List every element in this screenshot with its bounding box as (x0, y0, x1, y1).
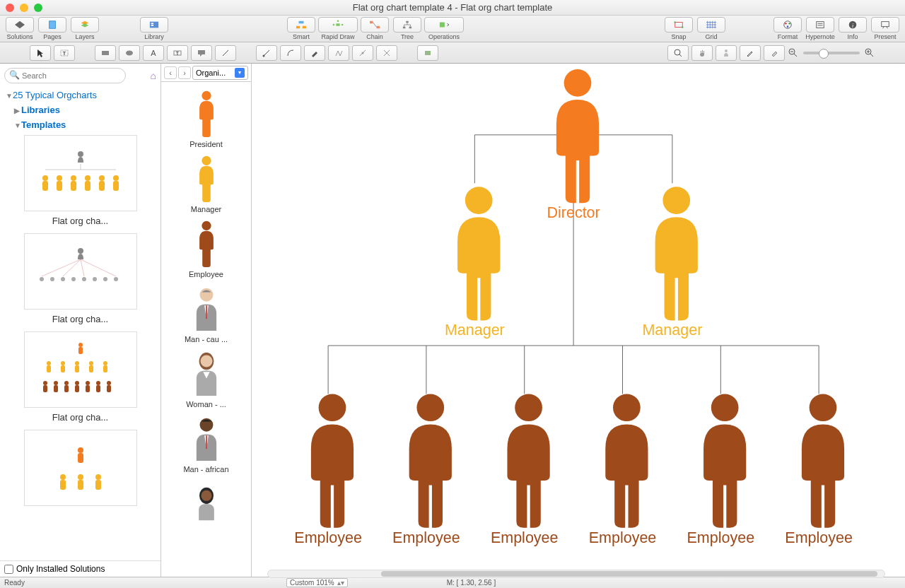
pointer-tool[interactable] (30, 45, 51, 61)
present-button[interactable]: Present (870, 17, 901, 40)
rect-tool[interactable] (95, 45, 116, 61)
svg-rect-29 (817, 22, 824, 28)
layers-button[interactable]: Layers (69, 17, 100, 40)
manager-label: Manager (642, 322, 702, 339)
snap-button[interactable]: Snap (663, 17, 694, 40)
orgnode-director[interactable]: Director (547, 69, 600, 221)
svg-rect-39 (102, 51, 109, 55)
solutions-sidebar: ⌂ ▼25 Typical Orgcharts ▶Libraries ▼Temp… (0, 64, 161, 577)
search-input[interactable] (4, 68, 126, 83)
lib-forward-button[interactable]: › (178, 66, 191, 79)
ellipse-tool[interactable] (119, 45, 140, 61)
svg-rect-6 (303, 26, 306, 29)
person-tool[interactable] (716, 45, 737, 61)
orgnode-manager[interactable]: Manager (642, 187, 702, 339)
arc-tool[interactable] (280, 45, 301, 61)
callout-tool[interactable] (191, 45, 212, 61)
svg-rect-0 (49, 21, 56, 29)
library-button[interactable]: Library (139, 17, 170, 40)
svg-text:T: T (63, 50, 66, 57)
eyedropper-tool[interactable] (740, 45, 761, 61)
svg-point-119 (60, 474, 66, 480)
library-dropdown[interactable]: Organi...▾ (192, 66, 248, 80)
highlighter-tool[interactable] (304, 45, 325, 61)
lib-item-woman[interactable]: Woman - ... (161, 346, 251, 411)
lib-item-man-african[interactable]: Man - african (161, 411, 251, 476)
svg-point-104 (54, 381, 58, 385)
chain-button[interactable]: Chain (359, 17, 390, 40)
template-thumbnail[interactable]: Flat org cha... (13, 233, 148, 324)
orgnode-employee[interactable]: Employee (294, 394, 362, 546)
svg-point-63 (78, 151, 83, 157)
zoom-slider[interactable] (803, 52, 860, 54)
hypernote-button[interactable]: Hypernote (805, 17, 836, 40)
lib-item-man-cau[interactable]: Man - cau ... (161, 281, 251, 346)
svg-point-117 (78, 447, 83, 453)
line-tool[interactable] (215, 45, 236, 61)
grid-button[interactable]: Grid (696, 17, 727, 40)
zoom-in-icon[interactable] (864, 47, 875, 59)
window-zoom[interactable] (34, 4, 42, 12)
svg-rect-116 (107, 385, 111, 392)
canvas[interactable]: Director Manager Manager Employee Employ… (252, 64, 905, 577)
scissors-tool[interactable] (376, 45, 397, 61)
lib-item-woman-2[interactable] (161, 476, 251, 531)
tree-root[interactable]: ▼25 Typical Orgcharts (0, 88, 160, 102)
tree-libraries[interactable]: ▶Libraries (0, 102, 160, 117)
solutions-button[interactable]: Solutions (4, 17, 35, 40)
svg-text:T: T (176, 51, 180, 56)
eraser-tool[interactable] (764, 45, 785, 61)
horizontal-scrollbar[interactable] (267, 570, 885, 578)
template-thumbnail[interactable]: Flat org cha... (13, 331, 148, 423)
smart-button[interactable]: Smart (286, 17, 317, 40)
template-thumbnail[interactable]: Flat org cha... (13, 135, 148, 226)
svg-point-79 (40, 277, 44, 281)
magnify-tool[interactable] (667, 45, 689, 61)
format-button[interactable]: Format (772, 17, 803, 40)
window-minimize[interactable] (20, 4, 28, 12)
svg-rect-113 (75, 385, 79, 392)
zoom-out-icon[interactable] (788, 47, 799, 59)
svg-point-26 (785, 23, 787, 25)
home-icon[interactable]: ⌂ (151, 70, 156, 81)
svg-point-95 (75, 361, 79, 365)
zoom-indicator[interactable]: Custom 101%▴▾ (286, 578, 348, 587)
text-box-tool[interactable]: A (143, 45, 164, 61)
svg-point-66 (42, 175, 48, 181)
tree-button[interactable]: Tree (392, 17, 423, 40)
svg-rect-123 (78, 480, 83, 490)
svg-point-9 (333, 24, 335, 26)
orgnode-employee[interactable]: Employee (687, 394, 755, 546)
operations-button[interactable]: Operations (424, 17, 464, 40)
lib-item-employee[interactable]: Employee (161, 216, 251, 281)
path-tool[interactable] (328, 45, 349, 61)
tree-templates[interactable]: ▼Templates (0, 117, 160, 132)
hand-tool[interactable] (691, 45, 713, 61)
bezier-tool[interactable] (352, 45, 373, 61)
svg-rect-112 (64, 385, 69, 392)
orgnode-manager[interactable]: Manager (445, 187, 505, 339)
text-block-tool[interactable]: T (167, 45, 188, 61)
svg-point-55 (725, 49, 728, 52)
rapid-draw-button[interactable]: Rapid Draw (318, 17, 358, 40)
svg-point-105 (64, 381, 69, 385)
orgnode-employee[interactable]: Employee (491, 394, 559, 546)
svg-text:Employee: Employee (491, 529, 559, 546)
window-close[interactable] (6, 4, 14, 12)
orgnode-employee[interactable]: Employee (589, 394, 657, 546)
info-button[interactable]: iInfo (837, 17, 868, 40)
lib-item-manager[interactable]: Manager (161, 151, 251, 216)
pages-button[interactable]: Pages (37, 17, 68, 40)
template-thumbnail[interactable] (13, 430, 148, 506)
orgnode-employee[interactable]: Employee (785, 394, 853, 546)
svg-rect-12 (377, 26, 380, 29)
only-installed-checkbox[interactable]: Only Installed Solutions (0, 560, 160, 577)
lib-back-button[interactable]: ‹ (164, 66, 177, 79)
connector-tool[interactable] (256, 45, 277, 61)
svg-point-71 (113, 175, 119, 181)
shape-tool[interactable] (417, 45, 438, 61)
svg-point-67 (57, 175, 62, 181)
orgnode-employee[interactable]: Employee (392, 394, 460, 546)
lib-item-president[interactable]: President (161, 86, 251, 151)
text-tool[interactable]: T (54, 45, 75, 61)
